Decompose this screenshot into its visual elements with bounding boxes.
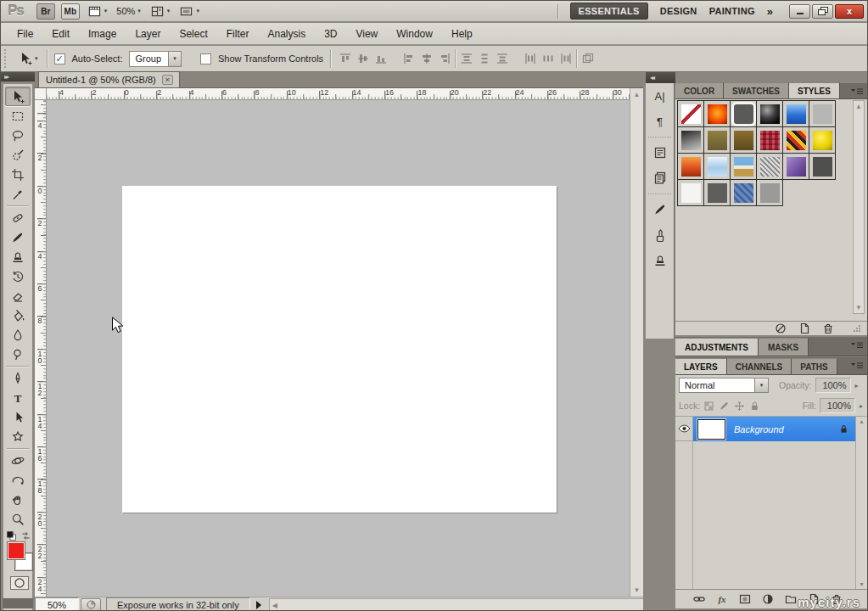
notes-panel-button[interactable] xyxy=(646,165,674,191)
style-swatch-black-sphere[interactable] xyxy=(756,100,783,127)
menu-filter[interactable]: Filter xyxy=(217,28,259,40)
blur-tool[interactable] xyxy=(5,325,31,345)
distribute-right-edges-button[interactable] xyxy=(558,52,573,66)
scroll-down-icon[interactable]: ▼ xyxy=(630,586,643,594)
paint-bucket-tool[interactable] xyxy=(5,306,31,325)
align-left-edges-button[interactable] xyxy=(401,52,416,66)
close-icon[interactable]: × xyxy=(162,75,173,85)
tab-adjustments[interactable]: ADJUSTMENTS xyxy=(675,338,759,356)
style-swatch-gray-flat[interactable] xyxy=(730,100,757,127)
collapse-panels-icon[interactable]: ◂◂ xyxy=(650,74,653,81)
close-button[interactable]: x xyxy=(835,4,864,19)
scroll-down-icon[interactable]: ▼ xyxy=(854,304,864,311)
style-swatch-denim[interactable] xyxy=(730,179,757,206)
hand-tool[interactable] xyxy=(5,490,31,509)
menu-analysis[interactable]: Analysis xyxy=(258,28,315,40)
new-style-button[interactable] xyxy=(798,322,811,335)
style-swatch-horizon[interactable] xyxy=(730,153,757,180)
rectangular-marquee-tool[interactable] xyxy=(5,106,31,126)
scroll-up-icon[interactable]: ▲ xyxy=(856,418,867,424)
layers-scrollbar[interactable]: ▲ ▼ xyxy=(855,417,867,589)
workspace-essentials[interactable]: ESSENTIALS xyxy=(570,3,648,20)
panel-menu-icon[interactable] xyxy=(850,340,864,350)
style-swatch-fire-camo[interactable] xyxy=(782,126,809,154)
blend-mode-dropdown[interactable]: Normal ▾ xyxy=(679,378,769,393)
style-swatch-charcoal[interactable] xyxy=(809,153,836,180)
panel-menu-icon[interactable] xyxy=(850,87,864,97)
align-vertical-centers-button[interactable] xyxy=(356,52,370,66)
layer-visibility-toggle[interactable] xyxy=(675,417,692,441)
new-adjustment-layer-button[interactable] xyxy=(761,592,775,606)
lock-image-pixels-button[interactable] xyxy=(719,401,730,412)
opacity-field[interactable]: 100% xyxy=(815,378,851,393)
style-swatch-purple-gel[interactable] xyxy=(782,153,809,180)
type-tool[interactable]: T xyxy=(5,388,31,407)
vertical-ruler[interactable]: 42024681012141618202224 xyxy=(35,100,47,597)
launch-mini-bridge-button[interactable]: Mb xyxy=(61,3,80,20)
tab-layers[interactable]: LAYERS xyxy=(675,358,727,374)
tools-dock-collapse-button[interactable]: ▸▸ xyxy=(1,72,35,81)
brush-tool[interactable] xyxy=(5,227,31,247)
style-swatch-steel-gradient[interactable] xyxy=(677,126,704,154)
menu-image[interactable]: Image xyxy=(79,28,126,40)
distribute-left-edges-button[interactable] xyxy=(523,52,537,66)
style-swatch-light-gray[interactable] xyxy=(809,100,836,127)
tab-styles[interactable]: STYLES xyxy=(789,82,840,98)
default-colors-icon[interactable] xyxy=(6,530,17,541)
panel-menu-icon[interactable] xyxy=(850,361,864,371)
zoom-level-control[interactable]: 50% ▾ xyxy=(115,6,143,16)
style-swatch-dark-gray[interactable] xyxy=(703,179,731,206)
style-swatch-blue-glass[interactable] xyxy=(782,100,809,127)
view-extras-button[interactable]: ▾ xyxy=(86,5,109,18)
character-panel-button[interactable]: A| xyxy=(646,83,674,109)
style-swatch-olive[interactable] xyxy=(703,126,731,154)
workspace-painting[interactable]: PAINTING xyxy=(709,6,755,16)
menu-window[interactable]: Window xyxy=(387,28,442,40)
layer-style-button[interactable]: fx xyxy=(715,592,729,606)
tab-swatches[interactable]: SWATCHES xyxy=(724,82,789,98)
move-tool[interactable] xyxy=(5,87,31,106)
style-swatch-none[interactable] xyxy=(677,100,704,127)
clone-source-panel-button[interactable] xyxy=(646,248,674,273)
delete-style-button[interactable] xyxy=(821,322,835,335)
tab-paths[interactable]: PATHS xyxy=(792,358,837,374)
style-swatch-silver-noise[interactable] xyxy=(756,153,783,180)
pen-tool[interactable] xyxy=(5,368,31,388)
screen-mode-button[interactable]: ▾ xyxy=(177,5,201,18)
show-transform-checkbox[interactable] xyxy=(200,53,211,64)
new-group-button[interactable] xyxy=(784,592,798,606)
style-swatch-ice-blue[interactable] xyxy=(703,153,731,180)
align-bottom-edges-button[interactable] xyxy=(373,52,388,66)
dodge-tool[interactable] xyxy=(5,345,31,364)
layer-row-background[interactable]: Background xyxy=(693,417,855,441)
menu-edit[interactable]: Edit xyxy=(42,28,79,40)
status-zoom-field[interactable]: 50% xyxy=(35,597,79,611)
quick-mask-button[interactable] xyxy=(9,575,30,591)
lock-all-button[interactable] xyxy=(749,401,760,412)
foreground-color-swatch[interactable] xyxy=(7,541,25,560)
workspace-overflow-button[interactable]: » xyxy=(767,5,773,18)
menu-3d[interactable]: 3D xyxy=(315,28,346,40)
menu-select[interactable]: Select xyxy=(170,28,216,40)
swap-colors-icon[interactable] xyxy=(20,530,31,541)
tab-channels[interactable]: CHANNELS xyxy=(727,358,792,374)
document-tab[interactable]: Untitled-1 @ 50% (RGB/8) × xyxy=(38,71,180,87)
lock-transparent-pixels-button[interactable] xyxy=(703,401,714,412)
spot-healing-brush-tool[interactable] xyxy=(5,208,31,227)
paragraph-panel-button[interactable]: ¶ xyxy=(646,109,674,134)
brushes-panel-button[interactable] xyxy=(646,197,674,222)
style-swatch-red-plaid[interactable] xyxy=(756,126,783,154)
auto-select-target-dropdown[interactable]: Group ▾ xyxy=(129,51,182,67)
horizontal-scrollbar[interactable]: ◀ xyxy=(269,598,643,611)
status-menu-button[interactable] xyxy=(252,598,266,611)
vertical-scrollbar[interactable]: ▲ ▼ xyxy=(630,88,643,597)
style-swatch-yellow-gloss[interactable] xyxy=(809,126,836,154)
auto-align-layers-button[interactable] xyxy=(580,52,595,66)
align-right-edges-button[interactable] xyxy=(437,52,451,66)
scroll-down-icon[interactable]: ▼ xyxy=(856,581,867,587)
lock-position-button[interactable] xyxy=(734,401,745,412)
quick-selection-tool[interactable] xyxy=(5,145,31,165)
canvas-region[interactable] xyxy=(47,100,630,597)
minimize-button[interactable] xyxy=(789,4,810,19)
fill-slider-icon[interactable]: ▸ xyxy=(859,402,864,410)
